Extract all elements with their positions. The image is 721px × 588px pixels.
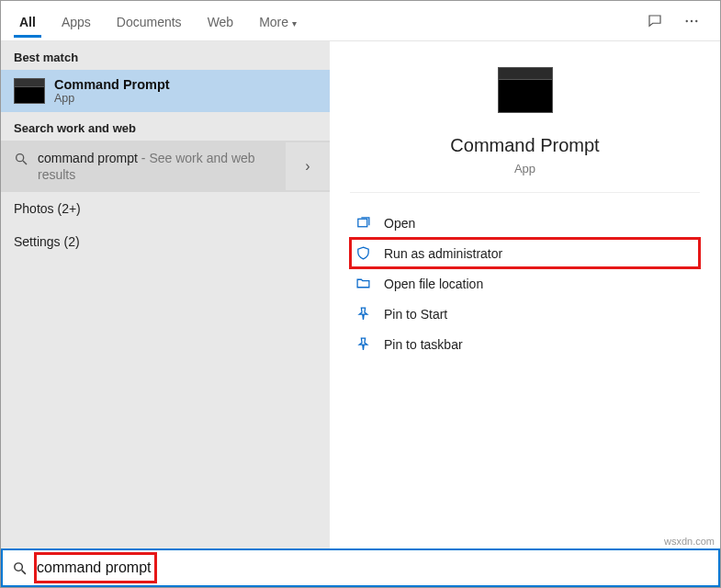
action-open-file-location[interactable]: Open file location	[350, 268, 700, 299]
action-pin-to-taskbar[interactable]: Pin to taskbar	[350, 329, 700, 359]
tab-all[interactable]: All	[6, 6, 49, 37]
action-pin-to-start[interactable]: Pin to Start	[350, 299, 700, 329]
best-match-result[interactable]: Command Prompt App	[1, 70, 330, 112]
pin-icon	[355, 336, 371, 352]
svg-point-3	[17, 154, 24, 162]
web-result-text: command prompt - See work and web result…	[38, 150, 273, 183]
expand-web-result[interactable]: ›	[286, 142, 330, 190]
preview-title: Command Prompt	[450, 135, 599, 156]
svg-line-4	[23, 161, 27, 164]
search-bar[interactable]	[1, 548, 720, 587]
tab-more[interactable]: More▾	[246, 6, 310, 37]
search-web-heading: Search work and web	[1, 112, 330, 141]
tab-documents[interactable]: Documents	[104, 6, 195, 37]
best-match-subtitle: App	[54, 92, 170, 105]
search-icon	[12, 560, 28, 576]
svg-point-2	[695, 19, 697, 21]
folder-icon	[355, 276, 371, 291]
action-label: Open	[384, 216, 415, 231]
best-match-heading: Best match	[1, 41, 330, 70]
settings-row[interactable]: Settings (2)	[1, 225, 330, 258]
search-icon	[14, 152, 28, 166]
open-icon	[355, 215, 371, 231]
chevron-right-icon: ›	[305, 158, 310, 175]
command-prompt-icon	[14, 78, 45, 104]
results-panel: Best match Command Prompt App Search wor…	[1, 41, 330, 548]
svg-point-0	[686, 19, 688, 21]
preview-panel: Command Prompt App Open Run as administr…	[330, 41, 720, 548]
filter-tabs: All Apps Documents Web More▾	[1, 1, 720, 41]
svg-line-7	[22, 570, 26, 573]
tab-more-label: More	[259, 15, 288, 29]
best-match-title: Command Prompt	[54, 77, 170, 92]
svg-rect-5	[358, 219, 367, 227]
action-label: Open file location	[384, 277, 483, 291]
caret-down-icon: ▾	[292, 18, 297, 28]
tab-web[interactable]: Web	[195, 6, 247, 37]
watermark: wsxdn.com	[664, 536, 715, 547]
shield-icon	[355, 245, 371, 261]
action-open[interactable]: Open	[350, 208, 700, 238]
web-result-row[interactable]: command prompt - See work and web result…	[1, 141, 330, 192]
feedback-icon[interactable]	[647, 13, 663, 29]
svg-point-1	[691, 19, 693, 21]
tab-apps[interactable]: Apps	[49, 6, 104, 37]
photos-row[interactable]: Photos (2+)	[1, 192, 330, 225]
command-prompt-icon	[498, 67, 553, 113]
preview-subtitle: App	[514, 162, 535, 175]
action-label: Pin to taskbar	[384, 337, 463, 352]
action-label: Run as administrator	[384, 246, 502, 261]
more-options-icon[interactable]	[683, 13, 700, 29]
svg-point-6	[15, 562, 22, 571]
action-run-as-administrator[interactable]: Run as administrator	[350, 238, 700, 268]
action-label: Pin to Start	[384, 307, 447, 322]
pin-icon	[355, 306, 371, 322]
actions-list: Open Run as administrator Open file loca…	[330, 193, 720, 374]
search-input[interactable]	[37, 560, 709, 576]
